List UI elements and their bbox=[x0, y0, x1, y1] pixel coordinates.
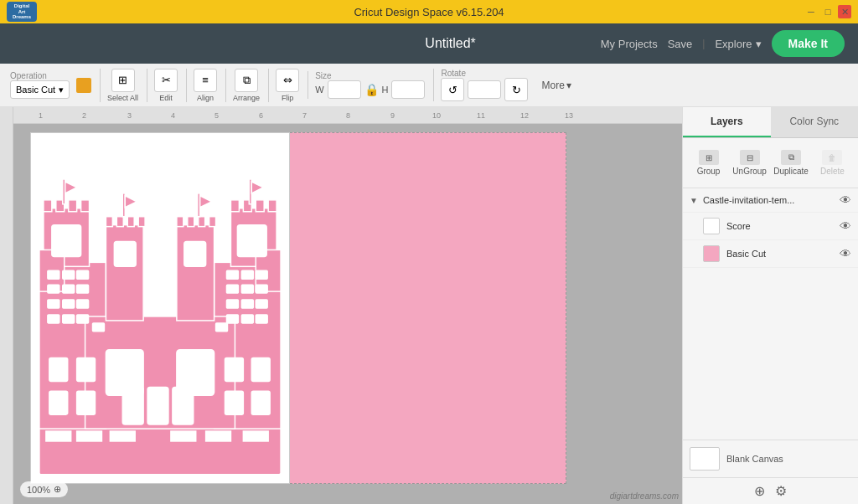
delete-button[interactable]: 🗑 Delete bbox=[814, 145, 851, 181]
watermark: digiartdreams.com bbox=[610, 491, 679, 501]
svg-rect-41 bbox=[138, 217, 145, 227]
duplicate-button[interactable]: ⧉ Duplicate bbox=[772, 145, 810, 181]
edit-group: ✂ Edit bbox=[147, 69, 181, 102]
header-actions: My Projects Save | Explore ▾ Make It bbox=[601, 30, 845, 57]
project-title: Untitled* bbox=[307, 36, 593, 51]
svg-rect-14 bbox=[77, 391, 96, 414]
explore-button[interactable]: Explore ▾ bbox=[715, 38, 761, 50]
left-ruler bbox=[0, 107, 13, 504]
svg-rect-46 bbox=[52, 225, 81, 257]
blank-canvas-thumb bbox=[690, 447, 720, 471]
select-all-label: Select All bbox=[107, 94, 138, 102]
group-icon: ⊞ bbox=[699, 150, 719, 165]
layer-thumb-basic-cut bbox=[703, 245, 720, 262]
castle-design-area[interactable] bbox=[30, 132, 290, 484]
svg-rect-17 bbox=[225, 391, 243, 414]
svg-rect-2 bbox=[46, 431, 71, 441]
minimize-button[interactable]: ─ bbox=[804, 5, 818, 18]
separator: | bbox=[702, 38, 705, 49]
layers-list: ▼ Castle-invitation-tem... 👁 Score 👁 Bas… bbox=[683, 188, 858, 440]
castle-svg bbox=[31, 133, 289, 483]
w-label: W bbox=[315, 85, 323, 95]
right-panel: Layers Color Sync ⊞ Group ⊟ UnGroup ⧉ Du… bbox=[682, 107, 858, 504]
rotate-group: Rotate ↺ ↻ bbox=[433, 69, 531, 101]
tab-layers[interactable]: Layers bbox=[683, 107, 771, 137]
layer-group-header[interactable]: ▼ Castle-invitation-tem... 👁 bbox=[683, 188, 858, 213]
arrange-label: Arrange bbox=[233, 94, 260, 102]
chevron-down-icon: ▾ bbox=[756, 38, 762, 50]
visibility-icon-score[interactable]: 👁 bbox=[840, 219, 851, 233]
svg-rect-83 bbox=[216, 323, 228, 332]
more-button[interactable]: More ▾ bbox=[535, 76, 577, 95]
operation-group: Operation Basic Cut ▾ bbox=[7, 71, 95, 99]
add-icon[interactable]: ⊕ bbox=[754, 483, 765, 499]
layer-thumb-score bbox=[703, 218, 720, 234]
svg-rect-38 bbox=[106, 217, 112, 227]
layer-item-score[interactable]: Score 👁 bbox=[683, 213, 858, 240]
settings-icon[interactable]: ⚙ bbox=[775, 483, 787, 499]
svg-rect-74 bbox=[241, 300, 253, 308]
rotate-input[interactable] bbox=[468, 80, 501, 99]
svg-rect-68 bbox=[241, 285, 253, 293]
close-button[interactable]: ✕ bbox=[838, 5, 851, 18]
align-button[interactable]: ≡ bbox=[194, 69, 217, 92]
maximize-button[interactable]: □ bbox=[821, 5, 835, 18]
ungroup-button[interactable]: ⊟ UnGroup bbox=[731, 145, 768, 181]
make-it-button[interactable]: Make It bbox=[772, 30, 845, 57]
svg-rect-16 bbox=[251, 358, 270, 382]
svg-rect-23 bbox=[173, 387, 194, 424]
tab-color-sync[interactable]: Color Sync bbox=[771, 107, 859, 137]
svg-rect-40 bbox=[127, 217, 134, 227]
svg-rect-47 bbox=[237, 225, 266, 257]
svg-rect-70 bbox=[48, 300, 59, 308]
panel-bottom: ⊕ ⚙ bbox=[683, 477, 858, 504]
layer-name-score: Score bbox=[726, 221, 833, 231]
svg-rect-80 bbox=[241, 315, 253, 323]
svg-rect-43 bbox=[188, 217, 194, 227]
size-label: Size bbox=[315, 71, 331, 80]
arrange-button[interactable]: ⧉ bbox=[235, 69, 258, 92]
height-input[interactable] bbox=[391, 80, 425, 99]
svg-rect-67 bbox=[226, 285, 238, 293]
my-projects-button[interactable]: My Projects bbox=[601, 38, 658, 50]
toolbar: Operation Basic Cut ▾ ⊞ Select All ✂ Edi… bbox=[0, 64, 858, 107]
layer-item-basic-cut[interactable]: Basic Cut 👁 bbox=[683, 240, 858, 268]
zoom-icon[interactable]: ⊕ bbox=[54, 484, 61, 495]
save-button[interactable]: Save bbox=[668, 38, 693, 50]
svg-rect-63 bbox=[256, 270, 267, 279]
svg-rect-48 bbox=[114, 242, 136, 267]
select-all-button[interactable]: ⊞ bbox=[111, 69, 135, 92]
svg-rect-11 bbox=[49, 358, 68, 382]
design-canvas bbox=[30, 132, 566, 484]
pink-card-area[interactable] bbox=[290, 132, 566, 484]
canvas-content[interactable]: 100% ⊕ digiartdreams.com bbox=[13, 124, 682, 504]
title-bar: DigitalArtDreams Cricut Design Space v6.… bbox=[0, 0, 858, 23]
svg-rect-5 bbox=[171, 431, 196, 441]
chevron-icon: ▾ bbox=[59, 85, 64, 95]
flip-button[interactable]: ⇔ bbox=[276, 69, 299, 92]
svg-rect-12 bbox=[77, 358, 96, 382]
svg-rect-21 bbox=[122, 387, 143, 424]
duplicate-icon: ⧉ bbox=[781, 150, 801, 165]
visibility-icon-basic-cut[interactable]: 👁 bbox=[840, 247, 851, 260]
svg-rect-22 bbox=[147, 387, 168, 424]
edit-label: Edit bbox=[159, 94, 173, 102]
collapse-icon: ▼ bbox=[690, 196, 698, 205]
group-button[interactable]: ⊞ Group bbox=[690, 145, 727, 181]
svg-rect-33 bbox=[81, 200, 90, 212]
operation-selector[interactable]: Basic Cut ▾ bbox=[10, 80, 70, 99]
width-input[interactable] bbox=[328, 80, 361, 99]
svg-rect-79 bbox=[226, 315, 238, 323]
svg-rect-3 bbox=[77, 431, 102, 441]
canvas-area[interactable]: 1 2 3 4 5 6 7 8 9 10 11 12 13 bbox=[13, 107, 682, 504]
operation-value: Basic Cut bbox=[16, 85, 55, 95]
zoom-control[interactable]: 100% ⊕ bbox=[20, 481, 68, 497]
edit-button[interactable]: ✂ bbox=[154, 69, 178, 92]
visibility-icon-group[interactable]: 👁 bbox=[840, 193, 851, 207]
svg-rect-36 bbox=[256, 200, 264, 212]
svg-rect-81 bbox=[256, 315, 267, 323]
rotate-ccw-button[interactable]: ↺ bbox=[441, 78, 464, 101]
zoom-level: 100% bbox=[27, 485, 50, 495]
svg-rect-59 bbox=[63, 270, 75, 279]
rotate-cw-button[interactable]: ↻ bbox=[504, 78, 528, 101]
